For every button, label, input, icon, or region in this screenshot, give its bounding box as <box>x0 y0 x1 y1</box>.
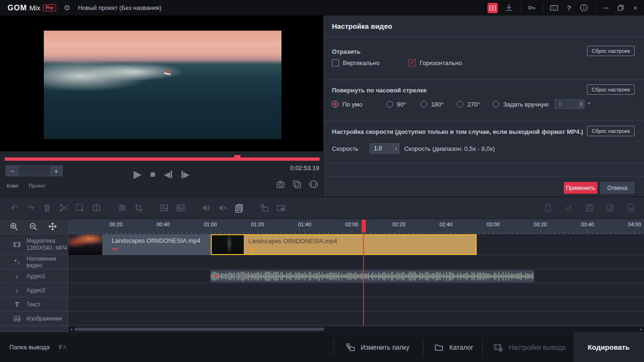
stop-button[interactable]: ■ <box>150 169 155 180</box>
catalog-button[interactable]: Каталог <box>434 332 473 362</box>
key-icon[interactable] <box>527 3 536 12</box>
camera-snapshot-icon[interactable] <box>276 180 285 189</box>
rotate-manual-radio[interactable] <box>493 101 499 107</box>
muted-speaker-icon[interactable] <box>112 246 118 252</box>
track-header-image[interactable]: Изображение <box>0 312 68 326</box>
time-ruler[interactable]: 00:2000:4001:0001:2001:4002:0002:2002:40… <box>68 219 644 234</box>
track-header-audio2[interactable]: ♪ Аудио2 <box>0 283 68 297</box>
speed-reset-button[interactable]: Сброс настроек <box>587 126 635 136</box>
track-header-text[interactable]: T Текст <box>0 297 68 312</box>
volume-mute-icon[interactable] <box>218 203 227 213</box>
trash-icon[interactable] <box>42 203 52 213</box>
rotate-90-radio[interactable] <box>387 101 393 107</box>
scissors-icon[interactable] <box>59 203 68 213</box>
ruler-label: 02:20 <box>392 222 405 227</box>
track-header-overlay[interactable]: Наложение видео <box>0 255 68 269</box>
speaker-icon[interactable] <box>248 246 255 253</box>
help-icon[interactable]: ? <box>565 4 573 12</box>
horizontal-checkbox[interactable] <box>409 59 416 66</box>
tab-clip[interactable]: Клип <box>7 183 18 189</box>
speed-value-input[interactable]: 1.0 <box>370 143 393 154</box>
video-clip-1[interactable]: Landscapes OfINDONESIA.mp4 <box>68 234 211 255</box>
select-area-icon[interactable] <box>75 203 85 213</box>
speed-range-hint: Скорость (диапазон: 0,5x - 8,0x) <box>404 145 495 152</box>
rotate-default-label: По умо <box>342 101 363 108</box>
zoom-in-icon[interactable] <box>9 222 18 231</box>
audio-clip-label: Nectar,flac <box>222 273 248 280</box>
gear-icon[interactable]: ⚙ <box>63 4 71 12</box>
crop-icon[interactable] <box>134 203 143 213</box>
pro-badge: Pro <box>43 4 57 11</box>
playhead-handle[interactable] <box>362 220 366 232</box>
split-clip-icon[interactable] <box>92 203 101 213</box>
video-preview[interactable] <box>0 16 323 151</box>
rotate-spinner-arrows[interactable]: ▲▼ <box>578 99 585 109</box>
scroll-right-arrow[interactable]: ▸ <box>638 327 644 332</box>
prev-frame-button[interactable]: ◀ <box>164 170 173 180</box>
flip-horizontal-option[interactable]: Горизонтально <box>409 59 462 66</box>
rotate-180-label: 180° <box>431 101 444 108</box>
pip-view-icon[interactable] <box>276 203 286 213</box>
flip-reset-button[interactable]: Сброс настроек <box>587 46 635 56</box>
vertical-checkbox[interactable] <box>332 59 339 66</box>
save-icon[interactable] <box>585 203 594 213</box>
video-clip-2-selected[interactable]: Landscapes OfINDONESIA.mp4 <box>211 234 477 255</box>
image-insert-icon[interactable] <box>159 203 169 213</box>
rotate-manual-value[interactable]: 0 <box>555 99 578 109</box>
rotate-180-radio[interactable] <box>421 101 427 107</box>
speed-spinner-arrows[interactable]: ▲▼ <box>393 143 399 154</box>
horizontal-scrollbar[interactable]: ◂ ▸ <box>68 327 644 332</box>
cancel-button[interactable]: Отмена <box>600 182 635 194</box>
minimize-icon[interactable] <box>602 4 610 12</box>
download-icon[interactable] <box>504 3 513 12</box>
flip-section-title: Отразить <box>332 48 361 55</box>
rotate-reset-button[interactable]: Сброс настроек <box>587 84 635 95</box>
capture-icon[interactable] <box>487 3 498 13</box>
volume-icon[interactable] <box>201 203 211 213</box>
title-bar: GOM Mix Pro ⚙ Новый проект (Без названия… <box>0 0 644 16</box>
pip-add-icon[interactable] <box>260 203 269 213</box>
compare-frames-icon[interactable] <box>292 180 302 189</box>
track-header-audio1[interactable]: ♪ Аудио1 <box>0 269 68 283</box>
restore-icon[interactable] <box>617 4 625 12</box>
tab-project[interactable]: Проект <box>29 183 46 189</box>
next-frame-button[interactable]: ▶ <box>181 170 190 180</box>
rotate-manual-label: Задать вручную <box>503 101 549 108</box>
folder-change-icon <box>346 343 355 352</box>
new-project-icon[interactable]: N <box>543 203 553 213</box>
undo-icon[interactable]: ↶ <box>9 203 19 213</box>
apply-button[interactable]: Применить <box>564 182 597 194</box>
clip2-label: Landscapes OfINDONESIA.mp4 <box>248 238 337 245</box>
change-folder-button[interactable]: Изменить папку <box>346 332 409 362</box>
output-settings-button[interactable]: Настройки вывода <box>494 332 566 362</box>
logo-mix: Mix <box>29 4 40 12</box>
rotate-default-radio[interactable] <box>332 101 339 107</box>
revert-icon[interactable]: ↺ <box>564 203 573 213</box>
info-icon[interactable] <box>579 3 588 12</box>
text-icon: T <box>13 301 21 308</box>
filter-icon[interactable] <box>117 203 127 213</box>
close-icon[interactable]: × <box>631 4 639 12</box>
seek-bar[interactable] <box>5 155 320 162</box>
redo-icon[interactable]: ↷ <box>26 203 35 213</box>
track-header-media[interactable]: Медиатека 1280X540, MP4 <box>0 234 68 255</box>
export-icon[interactable] <box>626 203 636 213</box>
scrollbar-thumb[interactable] <box>74 328 324 331</box>
speed-controls: Скорость 1.0 ▲▼ Скорость (диапазон: 0,5x… <box>332 143 495 154</box>
image-overlay-icon[interactable] <box>176 203 185 213</box>
device-preview-icon[interactable] <box>309 180 318 189</box>
play-button[interactable]: ▶ <box>133 168 141 181</box>
ratio-1-1-icon[interactable]: 1:1 <box>550 3 559 12</box>
zoom-out-icon[interactable] <box>29 222 38 231</box>
scroll-left-arrow[interactable]: ◂ <box>68 327 74 332</box>
rotate-270-radio[interactable] <box>457 101 463 107</box>
flip-vertical-option[interactable]: Вертикально <box>332 59 380 66</box>
settings-title: Настройка видео <box>332 22 392 30</box>
audio-clip[interactable]: Nectar,flac <box>210 270 534 282</box>
move-icon[interactable] <box>48 222 57 231</box>
playhead[interactable] <box>363 220 364 326</box>
save-as-icon[interactable] <box>605 203 615 213</box>
sparkle-icon <box>13 258 21 266</box>
encode-button[interactable]: Кодировать <box>573 332 644 362</box>
clipboard-icon[interactable] <box>234 203 244 213</box>
